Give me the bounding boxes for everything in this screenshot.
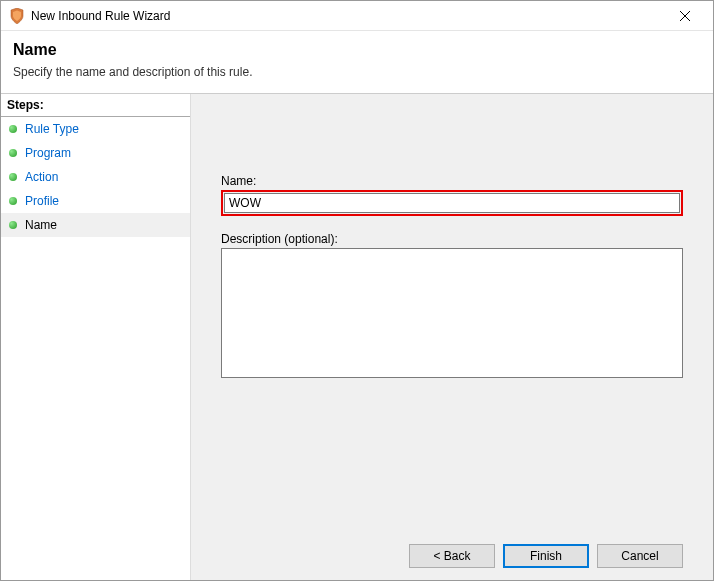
step-label: Profile bbox=[25, 194, 59, 208]
name-input[interactable] bbox=[224, 193, 680, 213]
step-label: Program bbox=[25, 146, 71, 160]
form-area: Name: Description (optional): bbox=[221, 174, 683, 534]
app-icon bbox=[9, 8, 25, 24]
step-label: Rule Type bbox=[25, 122, 79, 136]
close-icon bbox=[680, 11, 690, 21]
page-description: Specify the name and description of this… bbox=[13, 65, 701, 79]
close-button[interactable] bbox=[665, 2, 705, 30]
step-name[interactable]: Name bbox=[1, 213, 190, 237]
page-title: Name bbox=[13, 41, 701, 59]
steps-header: Steps: bbox=[1, 94, 190, 117]
steps-sidebar: Steps: Rule Type Program Action Profile … bbox=[1, 94, 191, 580]
name-label: Name: bbox=[221, 174, 683, 188]
step-program[interactable]: Program bbox=[1, 141, 190, 165]
description-label: Description (optional): bbox=[221, 232, 683, 246]
step-bullet-icon bbox=[9, 173, 17, 181]
wizard-window: New Inbound Rule Wizard Name Specify the… bbox=[0, 0, 714, 581]
wizard-body: Steps: Rule Type Program Action Profile … bbox=[1, 94, 713, 580]
window-title: New Inbound Rule Wizard bbox=[31, 9, 665, 23]
step-bullet-icon bbox=[9, 221, 17, 229]
titlebar: New Inbound Rule Wizard bbox=[1, 1, 713, 31]
finish-button[interactable]: Finish bbox=[503, 544, 589, 568]
step-bullet-icon bbox=[9, 149, 17, 157]
step-bullet-icon bbox=[9, 197, 17, 205]
step-rule-type[interactable]: Rule Type bbox=[1, 117, 190, 141]
wizard-header: Name Specify the name and description of… bbox=[1, 31, 713, 94]
name-highlight bbox=[221, 190, 683, 216]
cancel-button[interactable]: Cancel bbox=[597, 544, 683, 568]
step-profile[interactable]: Profile bbox=[1, 189, 190, 213]
back-button[interactable]: < Back bbox=[409, 544, 495, 568]
description-input[interactable] bbox=[221, 248, 683, 378]
step-label: Name bbox=[25, 218, 57, 232]
step-label: Action bbox=[25, 170, 58, 184]
step-action[interactable]: Action bbox=[1, 165, 190, 189]
main-panel: Name: Description (optional): < Back Fin… bbox=[191, 94, 713, 580]
button-bar: < Back Finish Cancel bbox=[221, 534, 683, 568]
step-bullet-icon bbox=[9, 125, 17, 133]
